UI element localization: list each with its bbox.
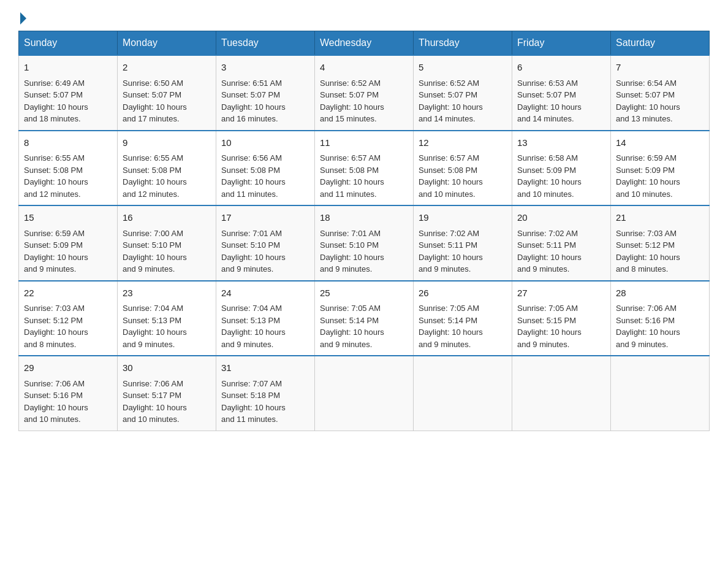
logo: [18, 12, 31, 25]
day-number: 27: [517, 286, 605, 301]
day-info: Sunrise: 6:56 AMSunset: 5:08 PMDaylight:…: [221, 153, 286, 199]
day-info: Sunrise: 7:03 AMSunset: 5:12 PMDaylight:…: [24, 304, 88, 349]
calendar-cell: 19 Sunrise: 7:02 AMSunset: 5:11 PMDaylig…: [414, 205, 512, 281]
calendar-cell: 23 Sunrise: 7:04 AMSunset: 5:13 PMDaylig…: [118, 281, 216, 356]
day-number: 17: [221, 211, 309, 225]
day-number: 31: [221, 361, 309, 375]
day-number: 18: [320, 211, 408, 225]
day-number: 23: [123, 286, 211, 301]
calendar-week-row: 15 Sunrise: 6:59 AMSunset: 5:09 PMDaylig…: [19, 205, 710, 281]
day-info: Sunrise: 6:55 AMSunset: 5:08 PMDaylight:…: [123, 153, 187, 199]
calendar-week-row: 22 Sunrise: 7:03 AMSunset: 5:12 PMDaylig…: [19, 281, 710, 356]
calendar-cell: 4 Sunrise: 6:52 AMSunset: 5:07 PMDayligh…: [315, 55, 414, 131]
day-of-week-header: Wednesday: [315, 31, 414, 56]
calendar-cell: 30 Sunrise: 7:06 AMSunset: 5:17 PMDaylig…: [118, 356, 216, 431]
calendar-cell: [414, 356, 512, 431]
day-info: Sunrise: 6:52 AMSunset: 5:07 PMDaylight:…: [419, 79, 483, 124]
calendar-cell: 31 Sunrise: 7:07 AMSunset: 5:18 PMDaylig…: [216, 356, 315, 431]
day-of-week-header: Thursday: [414, 31, 512, 56]
day-info: Sunrise: 7:02 AMSunset: 5:11 PMDaylight:…: [517, 229, 582, 274]
day-number: 22: [24, 286, 112, 301]
day-of-week-header: Sunday: [19, 31, 118, 56]
day-number: 26: [419, 286, 507, 301]
day-number: 20: [517, 211, 605, 225]
day-number: 30: [123, 361, 211, 375]
calendar-cell: 2 Sunrise: 6:50 AMSunset: 5:07 PMDayligh…: [118, 55, 216, 131]
calendar-cell: 26 Sunrise: 7:05 AMSunset: 5:14 PMDaylig…: [414, 281, 512, 356]
day-number: 11: [320, 136, 408, 150]
day-number: 14: [616, 136, 704, 150]
calendar-cell: 10 Sunrise: 6:56 AMSunset: 5:08 PMDaylig…: [216, 131, 315, 206]
day-info: Sunrise: 7:00 AMSunset: 5:10 PMDaylight:…: [123, 229, 187, 274]
calendar-cell: 8 Sunrise: 6:55 AMSunset: 5:08 PMDayligh…: [19, 131, 118, 206]
day-number: 8: [24, 136, 112, 150]
calendar-cell: 14 Sunrise: 6:59 AMSunset: 5:09 PMDaylig…: [611, 131, 710, 206]
day-info: Sunrise: 6:49 AMSunset: 5:07 PMDaylight:…: [24, 79, 88, 124]
day-number: 9: [123, 136, 211, 150]
day-number: 4: [320, 61, 408, 75]
calendar-cell: 17 Sunrise: 7:01 AMSunset: 5:10 PMDaylig…: [216, 205, 315, 281]
day-number: 28: [616, 286, 704, 301]
day-info: Sunrise: 7:04 AMSunset: 5:13 PMDaylight:…: [123, 304, 187, 349]
day-number: 24: [221, 286, 309, 301]
calendar-cell: 6 Sunrise: 6:53 AMSunset: 5:07 PMDayligh…: [512, 55, 611, 131]
day-info: Sunrise: 7:06 AMSunset: 5:17 PMDaylight:…: [123, 379, 187, 424]
day-info: Sunrise: 7:01 AMSunset: 5:10 PMDaylight:…: [320, 229, 384, 274]
calendar-cell: 20 Sunrise: 7:02 AMSunset: 5:11 PMDaylig…: [512, 205, 611, 281]
calendar-cell: [611, 356, 710, 431]
calendar-cell: 29 Sunrise: 7:06 AMSunset: 5:16 PMDaylig…: [19, 356, 118, 431]
calendar-cell: [512, 356, 611, 431]
day-number: 7: [616, 61, 704, 75]
calendar-cell: 21 Sunrise: 7:03 AMSunset: 5:12 PMDaylig…: [611, 205, 710, 281]
logo-arrow-icon: [20, 12, 26, 25]
day-info: Sunrise: 7:03 AMSunset: 5:12 PMDaylight:…: [616, 229, 680, 274]
day-number: 6: [517, 61, 605, 75]
day-info: Sunrise: 7:02 AMSunset: 5:11 PMDaylight:…: [419, 229, 483, 274]
day-info: Sunrise: 6:57 AMSunset: 5:08 PMDaylight:…: [320, 153, 384, 199]
calendar-cell: 5 Sunrise: 6:52 AMSunset: 5:07 PMDayligh…: [414, 55, 512, 131]
day-info: Sunrise: 7:04 AMSunset: 5:13 PMDaylight:…: [221, 304, 286, 349]
calendar-cell: 7 Sunrise: 6:54 AMSunset: 5:07 PMDayligh…: [611, 55, 710, 131]
day-info: Sunrise: 7:06 AMSunset: 5:16 PMDaylight:…: [24, 379, 88, 424]
calendar-week-row: 29 Sunrise: 7:06 AMSunset: 5:16 PMDaylig…: [19, 356, 710, 431]
day-info: Sunrise: 6:58 AMSunset: 5:09 PMDaylight:…: [517, 153, 582, 199]
calendar-cell: 9 Sunrise: 6:55 AMSunset: 5:08 PMDayligh…: [118, 131, 216, 206]
day-number: 3: [221, 61, 309, 75]
day-info: Sunrise: 6:59 AMSunset: 5:09 PMDaylight:…: [24, 229, 88, 274]
day-number: 25: [320, 286, 408, 301]
day-info: Sunrise: 7:01 AMSunset: 5:10 PMDaylight:…: [221, 229, 286, 274]
calendar-cell: 27 Sunrise: 7:05 AMSunset: 5:15 PMDaylig…: [512, 281, 611, 356]
calendar-cell: [315, 356, 414, 431]
calendar-cell: 18 Sunrise: 7:01 AMSunset: 5:10 PMDaylig…: [315, 205, 414, 281]
day-info: Sunrise: 6:51 AMSunset: 5:07 PMDaylight:…: [221, 79, 286, 124]
day-info: Sunrise: 7:07 AMSunset: 5:18 PMDaylight:…: [221, 379, 286, 424]
day-number: 16: [123, 211, 211, 225]
day-info: Sunrise: 7:05 AMSunset: 5:14 PMDaylight:…: [419, 304, 483, 349]
day-info: Sunrise: 6:53 AMSunset: 5:07 PMDaylight:…: [517, 79, 582, 124]
day-number: 19: [419, 211, 507, 225]
calendar-cell: 11 Sunrise: 6:57 AMSunset: 5:08 PMDaylig…: [315, 131, 414, 206]
day-info: Sunrise: 7:05 AMSunset: 5:14 PMDaylight:…: [320, 304, 384, 349]
calendar-cell: 25 Sunrise: 7:05 AMSunset: 5:14 PMDaylig…: [315, 281, 414, 356]
day-info: Sunrise: 6:57 AMSunset: 5:08 PMDaylight:…: [419, 153, 483, 199]
calendar-cell: 12 Sunrise: 6:57 AMSunset: 5:08 PMDaylig…: [414, 131, 512, 206]
day-number: 1: [24, 61, 112, 75]
day-of-week-header: Friday: [512, 31, 611, 56]
calendar-cell: 15 Sunrise: 6:59 AMSunset: 5:09 PMDaylig…: [19, 205, 118, 281]
day-number: 2: [123, 61, 211, 75]
calendar-cell: 28 Sunrise: 7:06 AMSunset: 5:16 PMDaylig…: [611, 281, 710, 356]
calendar-cell: 22 Sunrise: 7:03 AMSunset: 5:12 PMDaylig…: [19, 281, 118, 356]
day-of-week-header: Tuesday: [216, 31, 315, 56]
calendar-cell: 3 Sunrise: 6:51 AMSunset: 5:07 PMDayligh…: [216, 55, 315, 131]
day-number: 10: [221, 136, 309, 150]
day-info: Sunrise: 6:59 AMSunset: 5:09 PMDaylight:…: [616, 153, 680, 199]
day-number: 5: [419, 61, 507, 75]
calendar-cell: 13 Sunrise: 6:58 AMSunset: 5:09 PMDaylig…: [512, 131, 611, 206]
calendar-cell: 16 Sunrise: 7:00 AMSunset: 5:10 PMDaylig…: [118, 205, 216, 281]
day-number: 15: [24, 211, 112, 225]
day-info: Sunrise: 6:55 AMSunset: 5:08 PMDaylight:…: [24, 153, 88, 199]
day-of-week-header: Monday: [118, 31, 216, 56]
day-info: Sunrise: 7:06 AMSunset: 5:16 PMDaylight:…: [616, 304, 680, 349]
page-header: [18, 12, 710, 25]
day-of-week-header: Saturday: [611, 31, 710, 56]
